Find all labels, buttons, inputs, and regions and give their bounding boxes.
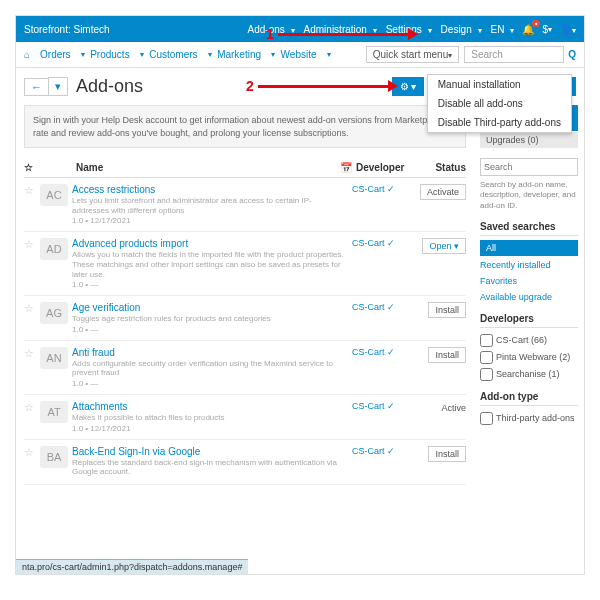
col-status[interactable]: Status	[416, 162, 466, 173]
star-icon[interactable]: ☆	[24, 302, 40, 315]
dev-cscart[interactable]: CS-Cart (66)	[480, 332, 578, 349]
menu-marketing[interactable]: Marketing	[217, 49, 261, 60]
star-icon[interactable]: ☆	[24, 184, 40, 197]
annotation-2: 2	[246, 78, 398, 94]
search-input[interactable]: Search	[464, 46, 564, 63]
page-title: Add-ons	[76, 76, 143, 97]
dev-searchanise[interactable]: Searchanise (1)	[480, 366, 578, 383]
action-button[interactable]: Install	[428, 347, 466, 363]
developer-link[interactable]: CS-Cart ✓	[352, 184, 416, 194]
dd-disable-all[interactable]: Disable all add-ons	[428, 94, 571, 113]
star-icon[interactable]: ☆	[24, 238, 40, 251]
addon-desc: Toggles age restriction rules for produc…	[72, 314, 346, 324]
storefront-label[interactable]: Storefront: Simtech	[24, 24, 242, 35]
gear-dropdown: Manual installation Disable all add-ons …	[427, 74, 572, 133]
addon-version: 1.0 • —	[72, 379, 346, 388]
nav-design[interactable]: Design	[441, 24, 472, 35]
addon-version: 1.0 • —	[72, 325, 346, 334]
table-row: ☆ AD Advanced products importAllows you …	[24, 232, 466, 296]
annotation-1: 1	[266, 26, 418, 42]
table-row: ☆ BA Back-End Sign-In via GoogleReplaces…	[24, 440, 466, 485]
addon-icon: AG	[40, 302, 68, 324]
addon-icon: AN	[40, 347, 68, 369]
addon-desc: Replaces the standard back-end sign-in m…	[72, 458, 346, 477]
back-button[interactable]: ←	[24, 78, 49, 96]
action-button[interactable]: Install	[428, 302, 466, 318]
addon-name[interactable]: Advanced products import	[72, 238, 346, 249]
status-text: Active	[441, 403, 466, 413]
developer-link[interactable]: CS-Cart ✓	[352, 302, 416, 312]
developer-link[interactable]: CS-Cart ✓	[352, 347, 416, 357]
menu-products[interactable]: Products	[90, 49, 129, 60]
dd-manual-install[interactable]: Manual installation	[428, 75, 571, 94]
nav-lang[interactable]: EN	[491, 24, 505, 35]
star-icon[interactable]: ☆	[24, 401, 40, 414]
addon-desc: Lets you limit storefront and administra…	[72, 196, 346, 215]
addon-icon: AC	[40, 184, 68, 206]
developer-link[interactable]: CS-Cart ✓	[352, 446, 416, 456]
addon-name[interactable]: Back-End Sign-In via Google	[72, 446, 346, 457]
addon-type-header: Add-on type	[480, 391, 578, 406]
table-row: ☆ AN Anti fraudAdds configurable securit…	[24, 341, 466, 395]
developer-link[interactable]: CS-Cart ✓	[352, 401, 416, 411]
table-row: ☆ AT AttachmentsMakes it possible to att…	[24, 395, 466, 440]
side-search-input[interactable]	[480, 158, 578, 176]
star-icon[interactable]: ☆	[24, 347, 40, 360]
col-developer[interactable]: Developer	[356, 162, 416, 173]
menu-orders[interactable]: Orders	[40, 49, 71, 60]
star-icon[interactable]: ☆	[24, 446, 40, 459]
developers-header: Developers	[480, 313, 578, 328]
calendar-icon[interactable]: 📅	[340, 162, 356, 173]
addon-icon: AT	[40, 401, 68, 423]
saved-all[interactable]: All	[480, 240, 578, 256]
addon-desc: Allows you to match the fields in the im…	[72, 250, 346, 279]
type-third-party[interactable]: Third-party add-ons	[480, 410, 578, 427]
addon-name[interactable]: Access restrictions	[72, 184, 346, 195]
addon-icon: BA	[40, 446, 68, 468]
bell-icon[interactable]: 🔔•	[522, 24, 534, 35]
addon-desc: Makes it possible to attach files to pro…	[72, 413, 346, 423]
status-bar: nta.pro/cs-cart/admin1.php?dispatch=addo…	[16, 559, 248, 574]
menu-customers[interactable]: Customers	[149, 49, 197, 60]
addon-version: 1.0 • —	[72, 280, 346, 289]
dd-disable-third[interactable]: Disable Third-party add-ons	[428, 113, 571, 132]
developer-link[interactable]: CS-Cart ✓	[352, 238, 416, 248]
addon-version: 1.0 • 12/17/2021	[72, 216, 346, 225]
table-header: ☆ Name 📅 Developer Status	[24, 158, 466, 178]
tab-upgrades[interactable]: Upgrades (0)	[480, 132, 578, 148]
star-icon[interactable]: ☆	[24, 162, 40, 173]
action-button[interactable]: Activate	[420, 184, 466, 200]
home-icon[interactable]: ⌂	[24, 49, 30, 60]
info-box: Sign in with your Help Desk account to g…	[24, 105, 466, 148]
saved-recent[interactable]: Recently installed	[480, 257, 578, 273]
action-button[interactable]: Install	[428, 446, 466, 462]
back-dropdown[interactable]: ▾	[48, 77, 68, 96]
currency[interactable]: $	[542, 24, 548, 35]
menu-website[interactable]: Website	[281, 49, 317, 60]
table-row: ☆ AG Age verificationToggles age restric…	[24, 296, 466, 341]
saved-fav[interactable]: Favorites	[480, 273, 578, 289]
saved-upgrade[interactable]: Available upgrade	[480, 289, 578, 305]
addon-icon: AD	[40, 238, 68, 260]
sidebar: Downloaded addons (69) Upgrades (0) Sear…	[474, 105, 584, 573]
saved-searches-header: Saved searches	[480, 221, 578, 236]
search-hint: Search by add-on name, description, deve…	[480, 180, 578, 211]
action-button[interactable]: Open ▾	[422, 238, 466, 254]
menu-bar: ⌂ Orders▾ Products▾ Customers▾ Marketing…	[16, 42, 584, 68]
search-icon[interactable]: Q	[568, 49, 576, 60]
quick-start-menu[interactable]: Quick start menu▾	[366, 46, 460, 63]
addon-name[interactable]: Attachments	[72, 401, 346, 412]
dev-pinta[interactable]: Pinta Webware (2)	[480, 349, 578, 366]
col-name[interactable]: Name	[76, 162, 340, 173]
addon-name[interactable]: Age verification	[72, 302, 346, 313]
user-icon[interactable]: 👤▾	[560, 24, 576, 35]
table-row: ☆ AC Access restrictionsLets you limit s…	[24, 178, 466, 232]
addon-version: 1.0 • 12/17/2021	[72, 424, 346, 433]
addon-name[interactable]: Anti fraud	[72, 347, 346, 358]
addon-desc: Adds configurable security order verific…	[72, 359, 346, 378]
